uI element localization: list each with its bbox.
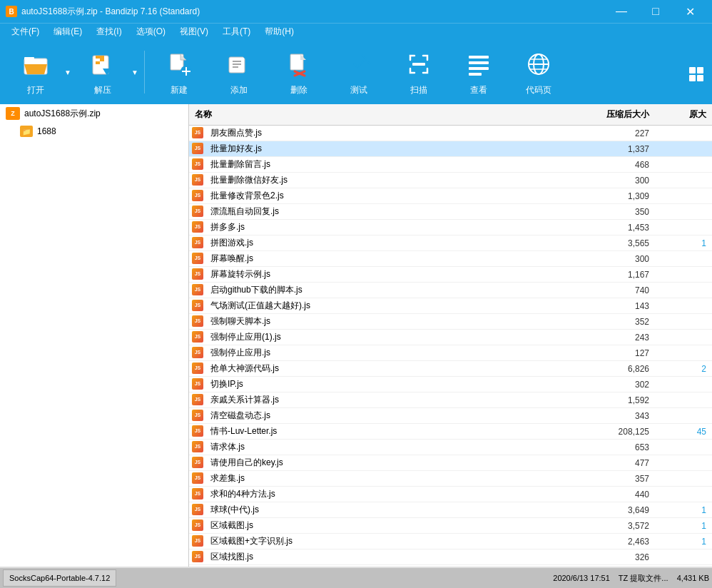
table-row[interactable]: JS批量修改背景色2.js1,309 xyxy=(189,188,712,204)
svg-rect-33 xyxy=(689,67,696,74)
scan-icon xyxy=(403,49,434,80)
row-original-size xyxy=(655,195,712,198)
taskbar: SocksCap64-Portable-4.7.12 2020/6/13 17:… xyxy=(0,567,712,588)
test-button[interactable]: 测试 xyxy=(330,44,387,101)
row-filename: 强制聊天脚本.js xyxy=(208,314,569,329)
toolbar: 打开 ▼ 解压 ▼ xyxy=(0,40,712,104)
row-compressed-size: 227 xyxy=(569,127,655,140)
file-icon: JS xyxy=(192,315,205,328)
svg-rect-27 xyxy=(469,73,482,76)
file-icon: JS xyxy=(192,519,205,532)
table-row[interactable]: JS漂流瓶自动回复.js350 xyxy=(189,204,712,220)
col-header-name[interactable]: 名称 xyxy=(189,107,569,122)
table-row[interactable]: JS朋友圈点赞.js227 xyxy=(189,126,712,141)
open-label: 打开 xyxy=(27,84,44,96)
table-row[interactable]: JS启动github下载的脚本.js740 xyxy=(189,283,712,298)
new-button[interactable]: 新建 xyxy=(151,44,208,101)
row-filename: 批量加好友.js xyxy=(208,141,569,156)
scan-button[interactable]: 扫描 xyxy=(390,44,447,101)
add-label: 添加 xyxy=(230,84,248,96)
extract-arrow[interactable]: ▼ xyxy=(131,66,138,79)
extract-button[interactable]: 解压 xyxy=(74,44,131,101)
menu-find[interactable]: 查找(I) xyxy=(91,24,127,39)
left-panel-root[interactable]: Z autoJS1688示例.zip xyxy=(0,104,188,123)
menu-file[interactable]: 文件(F) xyxy=(6,24,45,39)
row-original-size xyxy=(655,493,712,496)
svg-rect-5 xyxy=(100,56,104,59)
right-panel: 名称 压缩后大小 原大 JS朋友圈点赞.js227JS批量加好友.js1,337… xyxy=(189,104,712,569)
close-button[interactable]: ✕ xyxy=(673,0,706,23)
table-row[interactable]: JS球球(中代).js3,6491 xyxy=(189,502,712,518)
code-button[interactable]: 代码页 xyxy=(510,44,567,101)
delete-icon xyxy=(283,49,315,80)
open-button[interactable]: 打开 xyxy=(7,44,64,101)
table-row[interactable]: JS亲戚关系计算器.js1,592 xyxy=(189,392,712,408)
add-button[interactable]: 添加 xyxy=(210,44,268,101)
table-row[interactable]: JS强制停止应用(1).js243 xyxy=(189,330,712,345)
table-row[interactable]: JS拼多多.js1,453 xyxy=(189,220,712,235)
table-row[interactable]: JS强制停止应用.js127 xyxy=(189,345,712,361)
table-row[interactable]: JS区域截图.js3,5721 xyxy=(189,518,712,534)
file-icon: JS xyxy=(192,127,205,140)
menu-view[interactable]: 视图(V) xyxy=(174,24,214,39)
grid-icon[interactable] xyxy=(688,66,705,83)
table-row[interactable]: JS切换IP.js302 xyxy=(189,377,712,392)
delete-button[interactable]: 删除 xyxy=(270,44,327,101)
row-compressed-size: 326 xyxy=(569,551,655,564)
table-row[interactable]: JS求和的4种方法.js440 xyxy=(189,487,712,502)
menu-help[interactable]: 帮助(H) xyxy=(259,24,300,39)
table-row[interactable]: JS请求体.js653 xyxy=(189,440,712,455)
svg-rect-1 xyxy=(24,57,34,60)
menu-options[interactable]: 选项(O) xyxy=(131,24,171,39)
open-arrow[interactable]: ▼ xyxy=(64,66,71,79)
row-filename: 请求体.js xyxy=(208,440,569,455)
row-original-size xyxy=(655,211,712,213)
row-compressed-size: 468 xyxy=(569,158,655,171)
row-filename: 批量删除留言.js xyxy=(208,157,569,172)
table-row[interactable]: JS求差集.js357 xyxy=(189,471,712,487)
view-icon xyxy=(463,49,494,80)
row-original-size xyxy=(655,462,712,465)
view-button[interactable]: 查看 xyxy=(450,44,507,101)
table-row[interactable]: JS抢单大神源代码.js6,8262 xyxy=(189,361,712,377)
row-original-size xyxy=(655,320,712,323)
table-row[interactable]: JS屏幕唤醒.js300 xyxy=(189,251,712,267)
menu-edit[interactable]: 编辑(E) xyxy=(48,24,88,39)
table-row[interactable]: JS批量删除微信好友.js300 xyxy=(189,173,712,188)
table-row[interactable]: JS区域截图+文字识别.js2,4631 xyxy=(189,534,712,549)
row-compressed-size: 352 xyxy=(569,315,655,328)
row-filename: 求差集.js xyxy=(208,471,569,486)
delete-label: 删除 xyxy=(290,84,307,96)
table-row[interactable]: JS批量加好友.js1,337 xyxy=(189,141,712,157)
table-row[interactable]: JS区域找图.js326 xyxy=(189,549,712,565)
table-row[interactable]: JS批量删除留言.js468 xyxy=(189,157,712,173)
col-header-orig[interactable]: 原大 xyxy=(655,107,712,122)
table-row[interactable]: JS情书-Luv-Letter.js208,12545 xyxy=(189,424,712,440)
menu-tools[interactable]: 工具(T) xyxy=(217,24,256,39)
table-row[interactable]: JS气场测试(正值越大越好).js143 xyxy=(189,298,712,314)
left-panel-folder[interactable]: 📁 1688 xyxy=(0,123,188,140)
maximize-button[interactable]: □ xyxy=(639,0,672,23)
row-filename: 亲戚关系计算器.js xyxy=(208,392,569,407)
table-row[interactable]: JS屏幕旋转示例.js1,167 xyxy=(189,267,712,283)
table-row[interactable]: JS清空磁盘动态.js343 xyxy=(189,408,712,424)
row-filename: 切换IP.js xyxy=(208,377,569,392)
svg-rect-34 xyxy=(697,67,703,74)
table-row[interactable]: JS拼图游戏.js3,5651 xyxy=(189,235,712,251)
table-row[interactable]: JS强制聊天脚本.js352 xyxy=(189,314,712,330)
file-icon: JS xyxy=(192,221,205,234)
view-label: 查看 xyxy=(470,84,487,96)
col-header-size[interactable]: 压缩后大小 xyxy=(569,107,655,122)
row-compressed-size: 653 xyxy=(569,441,655,454)
svg-rect-23 xyxy=(412,63,425,66)
minimize-button[interactable]: — xyxy=(605,0,638,23)
row-compressed-size: 2,463 xyxy=(569,535,655,548)
file-icon: JS xyxy=(192,488,205,501)
row-compressed-size: 1,309 xyxy=(569,190,655,203)
row-filename: 请使用自己的key.js xyxy=(208,455,569,470)
row-original-size xyxy=(655,273,712,276)
taskbar-item-1[interactable]: SocksCap64-Portable-4.7.12 xyxy=(3,569,116,587)
table-header: 名称 压缩后大小 原大 xyxy=(189,104,712,126)
scan-label: 扫描 xyxy=(410,84,427,96)
table-row[interactable]: JS请使用自己的key.js477 xyxy=(189,455,712,471)
